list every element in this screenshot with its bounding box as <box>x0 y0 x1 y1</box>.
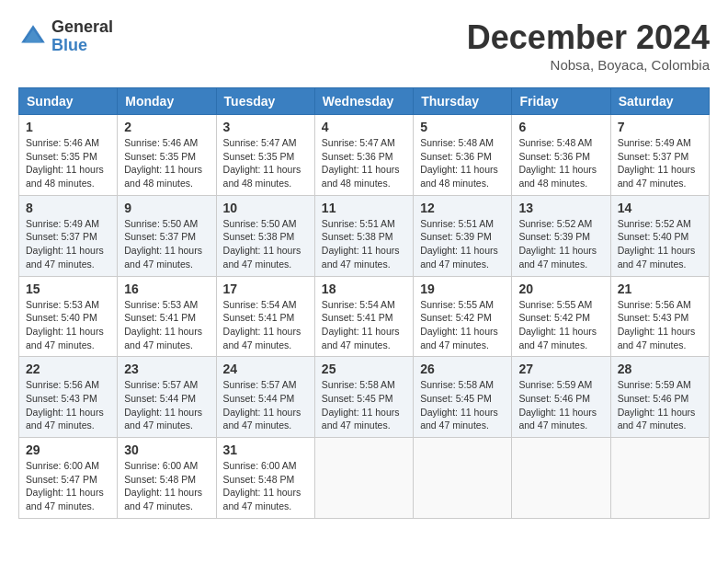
day-info: Sunrise: 5:56 AM Sunset: 5:43 PM Dayligh… <box>26 378 110 432</box>
day-number: 22 <box>26 362 110 376</box>
day-info: Sunrise: 5:59 AM Sunset: 5:46 PM Dayligh… <box>518 378 603 432</box>
day-number: 17 <box>223 282 308 296</box>
calendar-cell: 19 Sunrise: 5:55 AM Sunset: 5:42 PM Dayl… <box>414 276 512 357</box>
calendar-cell: 21 Sunrise: 5:56 AM Sunset: 5:43 PM Dayl… <box>610 276 709 357</box>
calendar-cell: 23 Sunrise: 5:57 AM Sunset: 5:44 PM Dayl… <box>118 357 216 438</box>
day-number: 14 <box>618 201 702 215</box>
day-info: Sunrise: 5:47 AM Sunset: 5:36 PM Dayligh… <box>322 136 406 190</box>
day-number: 10 <box>223 201 308 215</box>
day-number: 2 <box>124 120 209 134</box>
weekday-header: Thursday <box>414 88 512 115</box>
day-info: Sunrise: 5:51 AM Sunset: 5:39 PM Dayligh… <box>420 217 505 271</box>
calendar-cell: 6 Sunrise: 5:48 AM Sunset: 5:36 PM Dayli… <box>512 115 610 196</box>
calendar-cell: 8 Sunrise: 5:49 AM Sunset: 5:37 PM Dayli… <box>19 195 118 276</box>
calendar-cell: 28 Sunrise: 5:59 AM Sunset: 5:46 PM Dayl… <box>610 357 709 438</box>
calendar-cell: 16 Sunrise: 5:53 AM Sunset: 5:41 PM Dayl… <box>118 276 216 357</box>
calendar-cell: 29 Sunrise: 6:00 AM Sunset: 5:47 PM Dayl… <box>19 438 118 519</box>
day-number: 30 <box>124 442 209 457</box>
day-number: 7 <box>618 120 702 134</box>
calendar-cell: 2 Sunrise: 5:46 AM Sunset: 5:35 PM Dayli… <box>118 115 216 196</box>
calendar-cell: 1 Sunrise: 5:46 AM Sunset: 5:35 PM Dayli… <box>19 115 118 196</box>
day-number: 5 <box>420 120 505 134</box>
day-info: Sunrise: 5:58 AM Sunset: 5:45 PM Dayligh… <box>420 378 505 432</box>
calendar-cell: 31 Sunrise: 6:00 AM Sunset: 5:48 PM Dayl… <box>216 438 314 519</box>
weekday-header: Sunday <box>19 88 118 115</box>
calendar-cell: 24 Sunrise: 5:57 AM Sunset: 5:44 PM Dayl… <box>216 357 314 438</box>
day-info: Sunrise: 5:54 AM Sunset: 5:41 PM Dayligh… <box>223 298 308 352</box>
day-number: 3 <box>223 120 308 134</box>
day-number: 16 <box>124 282 209 296</box>
calendar-cell <box>512 438 610 519</box>
day-info: Sunrise: 5:53 AM Sunset: 5:41 PM Dayligh… <box>124 298 209 352</box>
calendar-week-row: 1 Sunrise: 5:46 AM Sunset: 5:35 PM Dayli… <box>19 115 710 196</box>
calendar-week-row: 29 Sunrise: 6:00 AM Sunset: 5:47 PM Dayl… <box>19 438 710 519</box>
day-info: Sunrise: 5:57 AM Sunset: 5:44 PM Dayligh… <box>124 378 209 432</box>
logo-general-text: General <box>51 18 113 37</box>
day-number: 13 <box>518 201 603 215</box>
calendar-cell: 30 Sunrise: 6:00 AM Sunset: 5:48 PM Dayl… <box>118 438 216 519</box>
day-number: 28 <box>618 362 702 376</box>
calendar-cell: 14 Sunrise: 5:52 AM Sunset: 5:40 PM Dayl… <box>610 195 709 276</box>
calendar-week-row: 15 Sunrise: 5:53 AM Sunset: 5:40 PM Dayl… <box>19 276 710 357</box>
calendar-cell: 15 Sunrise: 5:53 AM Sunset: 5:40 PM Dayl… <box>19 276 118 357</box>
day-info: Sunrise: 5:58 AM Sunset: 5:45 PM Dayligh… <box>322 378 406 432</box>
calendar-cell: 27 Sunrise: 5:59 AM Sunset: 5:46 PM Dayl… <box>512 357 610 438</box>
calendar-cell <box>414 438 512 519</box>
calendar-cell: 13 Sunrise: 5:52 AM Sunset: 5:39 PM Dayl… <box>512 195 610 276</box>
calendar-table: SundayMondayTuesdayWednesdayThursdayFrid… <box>18 87 710 519</box>
day-number: 18 <box>322 282 406 296</box>
weekday-header: Tuesday <box>216 88 314 115</box>
weekday-header: Saturday <box>610 88 709 115</box>
calendar-cell: 5 Sunrise: 5:48 AM Sunset: 5:36 PM Dayli… <box>414 115 512 196</box>
day-info: Sunrise: 5:49 AM Sunset: 5:37 PM Dayligh… <box>618 136 702 190</box>
day-info: Sunrise: 5:52 AM Sunset: 5:39 PM Dayligh… <box>518 217 603 271</box>
day-info: Sunrise: 5:57 AM Sunset: 5:44 PM Dayligh… <box>223 378 308 432</box>
day-number: 19 <box>420 282 505 296</box>
calendar-header-row: SundayMondayTuesdayWednesdayThursdayFrid… <box>19 88 710 115</box>
day-number: 6 <box>518 120 603 134</box>
day-number: 27 <box>518 362 603 376</box>
title-block: December 2024 Nobsa, Boyaca, Colombia <box>467 18 710 73</box>
day-info: Sunrise: 5:55 AM Sunset: 5:42 PM Dayligh… <box>518 298 603 352</box>
calendar-week-row: 8 Sunrise: 5:49 AM Sunset: 5:37 PM Dayli… <box>19 195 710 276</box>
logo-icon <box>18 22 48 52</box>
calendar-cell: 12 Sunrise: 5:51 AM Sunset: 5:39 PM Dayl… <box>414 195 512 276</box>
weekday-header: Wednesday <box>314 88 413 115</box>
day-number: 12 <box>420 201 505 215</box>
calendar-cell: 20 Sunrise: 5:55 AM Sunset: 5:42 PM Dayl… <box>512 276 610 357</box>
calendar-cell: 18 Sunrise: 5:54 AM Sunset: 5:41 PM Dayl… <box>314 276 413 357</box>
day-info: Sunrise: 6:00 AM Sunset: 5:47 PM Dayligh… <box>26 459 110 513</box>
day-info: Sunrise: 5:52 AM Sunset: 5:40 PM Dayligh… <box>618 217 702 271</box>
calendar-cell: 11 Sunrise: 5:51 AM Sunset: 5:38 PM Dayl… <box>314 195 413 276</box>
day-info: Sunrise: 5:49 AM Sunset: 5:37 PM Dayligh… <box>26 217 110 271</box>
day-info: Sunrise: 5:55 AM Sunset: 5:42 PM Dayligh… <box>420 298 505 352</box>
day-number: 20 <box>518 282 603 296</box>
day-number: 9 <box>124 201 209 215</box>
day-info: Sunrise: 5:53 AM Sunset: 5:40 PM Dayligh… <box>26 298 110 352</box>
day-info: Sunrise: 5:46 AM Sunset: 5:35 PM Dayligh… <box>124 136 209 190</box>
weekday-header: Monday <box>118 88 216 115</box>
day-info: Sunrise: 6:00 AM Sunset: 5:48 PM Dayligh… <box>223 459 308 513</box>
day-number: 11 <box>322 201 406 215</box>
day-number: 24 <box>223 362 308 376</box>
calendar-cell <box>314 438 413 519</box>
day-number: 4 <box>322 120 406 134</box>
calendar-cell: 7 Sunrise: 5:49 AM Sunset: 5:37 PM Dayli… <box>610 115 709 196</box>
day-info: Sunrise: 5:48 AM Sunset: 5:36 PM Dayligh… <box>420 136 505 190</box>
weekday-header: Friday <box>512 88 610 115</box>
calendar-cell: 22 Sunrise: 5:56 AM Sunset: 5:43 PM Dayl… <box>19 357 118 438</box>
calendar-cell: 10 Sunrise: 5:50 AM Sunset: 5:38 PM Dayl… <box>216 195 314 276</box>
day-number: 23 <box>124 362 209 376</box>
day-number: 25 <box>322 362 406 376</box>
logo-blue-text: Blue <box>51 37 113 55</box>
location-text: Nobsa, Boyaca, Colombia <box>467 57 710 73</box>
day-info: Sunrise: 5:47 AM Sunset: 5:35 PM Dayligh… <box>223 136 308 190</box>
day-info: Sunrise: 5:56 AM Sunset: 5:43 PM Dayligh… <box>618 298 702 352</box>
day-info: Sunrise: 5:50 AM Sunset: 5:38 PM Dayligh… <box>223 217 308 271</box>
calendar-cell: 25 Sunrise: 5:58 AM Sunset: 5:45 PM Dayl… <box>314 357 413 438</box>
calendar-cell: 17 Sunrise: 5:54 AM Sunset: 5:41 PM Dayl… <box>216 276 314 357</box>
logo: General Blue <box>18 18 113 55</box>
month-title: December 2024 <box>467 18 710 57</box>
day-info: Sunrise: 5:50 AM Sunset: 5:37 PM Dayligh… <box>124 217 209 271</box>
day-number: 8 <box>26 201 110 215</box>
